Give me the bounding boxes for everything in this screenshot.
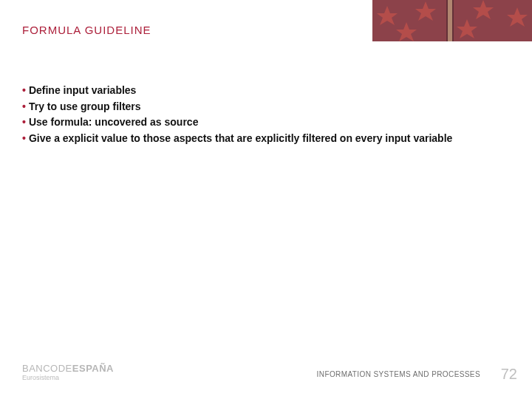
brand-subtitle: Eurosistema (22, 375, 114, 381)
bullet-item: •Use formula: uncovered as source (22, 115, 510, 131)
page-number: 72 (501, 366, 517, 383)
brand-name: BANCODEESPAÑA (22, 364, 114, 374)
bullet-text: Use formula: uncovered as source (29, 116, 199, 128)
brand-name-bold: ESPAÑA (72, 363, 114, 374)
decorative-header-image (372, 0, 532, 41)
bullet-list: •Define input variables •Try to use grou… (22, 83, 510, 147)
bullet-text: Define input variables (29, 84, 136, 96)
svg-rect-9 (446, 0, 448, 41)
slide-title: FORMULA GUIDELINE (22, 24, 151, 36)
bullet-item: •Give a explicit value to those aspects … (22, 131, 510, 147)
brand-logo: BANCODEESPAÑA Eurosistema (22, 364, 114, 381)
svg-rect-10 (452, 0, 454, 41)
footer-section-label: INFORMATION SYSTEMS AND PROCESSES (317, 370, 480, 378)
bullet-text: Give a explicit value to those aspects t… (29, 132, 452, 144)
bullet-item: •Define input variables (22, 83, 510, 99)
svg-rect-8 (448, 0, 452, 41)
bullet-text: Try to use group filters (29, 100, 141, 112)
bullet-item: •Try to use group filters (22, 99, 510, 115)
brand-name-light: BANCODE (22, 363, 72, 374)
slide-footer: BANCODEESPAÑA Eurosistema INFORMATION SY… (0, 361, 532, 387)
